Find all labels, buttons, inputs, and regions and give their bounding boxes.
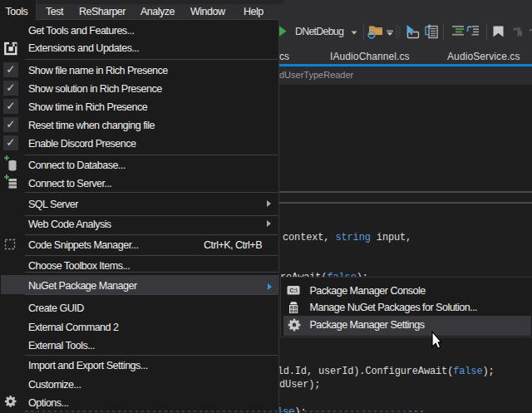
svg-text:C:\: C:\ xyxy=(289,288,297,293)
